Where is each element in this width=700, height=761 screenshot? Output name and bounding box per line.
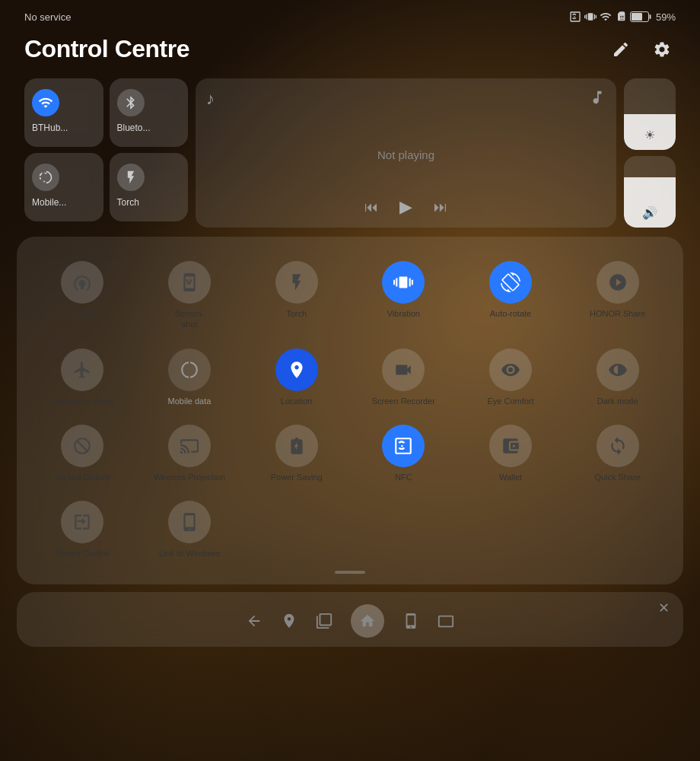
media-next-button[interactable]: ⏭ [434, 199, 447, 215]
grid-item-autorotate[interactable]: Auto-rotate [459, 253, 563, 336]
grid-item-quickshare[interactable]: Quick Share [565, 417, 670, 489]
grid-item-powersaving[interactable]: Power Saving [244, 417, 348, 489]
torch-label: Torch [286, 308, 307, 319]
gear-icon [653, 40, 671, 59]
mobiledata-icon [180, 360, 199, 380]
torch-tile[interactable]: Torch [110, 153, 189, 221]
status-bar: No service [0, 0, 700, 29]
wifi-icon [600, 11, 612, 23]
edit-icon [612, 40, 630, 59]
media-controls: ⏮ ▶ ⏭ [206, 197, 606, 217]
torch-grid-icon [287, 272, 307, 292]
grid-item-torch[interactable]: Torch [244, 253, 348, 336]
grid-item-screenshot[interactable]: Screen- shot [138, 253, 242, 336]
grid-item-location[interactable]: Location [244, 341, 348, 412]
wirelessprojection-icon [180, 436, 199, 456]
grid-item-wallet[interactable]: Wallet [459, 417, 563, 489]
location-label: Location [281, 396, 313, 406]
linktowindows-icon [180, 512, 199, 532]
wallet-icon-circle [489, 425, 532, 467]
media-prev-button[interactable]: ⏮ [364, 199, 378, 215]
grid-item-devicecontrol[interactable]: Device Control [30, 493, 135, 565]
wallet-label: Wallet [499, 472, 522, 482]
grid-item-honorshare[interactable]: HONOR Share [565, 253, 670, 336]
svg-rect-2 [632, 13, 642, 21]
phone-button[interactable] [402, 613, 419, 629]
linktowindows-icon-circle [168, 501, 211, 543]
recents-button[interactable] [316, 613, 332, 629]
devicecontrol-icon-circle [61, 501, 103, 543]
grid-item-vibration[interactable]: Vibration [352, 253, 456, 336]
tablet-button[interactable] [438, 613, 454, 629]
vibration-label: Vibration [387, 308, 420, 319]
nfc-icon [569, 11, 581, 23]
grid-item-nfc[interactable]: NFC [352, 417, 456, 489]
torch-tile-icon [117, 164, 145, 191]
media-tile[interactable]: ♪ Not playing ⏮ ▶ ⏭ [196, 78, 616, 228]
volume-tile[interactable]: 🔊 [624, 156, 676, 228]
grid-item-eyecomfort[interactable]: Eye Comfort [459, 341, 563, 412]
grid-panel: Hotspot Screen- shot Torch [17, 237, 683, 584]
location-icon [287, 360, 307, 380]
mobile-data-tile-label: Mobile... [32, 197, 66, 208]
header: Control Centre [0, 29, 700, 78]
grid-item-darkmode[interactable]: Dark mode [565, 341, 670, 412]
donotdisturb-icon [72, 436, 92, 456]
location-nav-button[interactable] [281, 613, 298, 629]
brightness-tile[interactable]: ☀ [624, 78, 676, 150]
slider-tiles: ☀ 🔊 [624, 78, 676, 228]
quickshare-icon-circle [597, 425, 639, 467]
mobiledata-icon-circle [168, 349, 211, 391]
bottom-nav-icons [246, 604, 454, 638]
bluetooth-tile-label: Blueto... [117, 123, 151, 133]
mobile-data-tile[interactable]: Mobile... [24, 153, 103, 221]
grid-item-screenrecorder[interactable]: Screen Recorder [352, 341, 456, 412]
home-button[interactable] [351, 604, 384, 638]
hotspot-label: Hotspot [68, 308, 97, 319]
vibration-icon-circle [382, 261, 425, 304]
battery-percent: 59% [656, 11, 676, 23]
no-service-label: No service [24, 11, 71, 23]
settings-button[interactable] [648, 36, 676, 63]
eyecomfort-label: Eye Comfort [487, 396, 533, 406]
quick-tiles: BTHub... Blueto... [0, 78, 700, 228]
vibration-icon [393, 272, 413, 292]
honorshare-label: HONOR Share [590, 308, 645, 319]
wirelessprojection-label: Wireless Projection [154, 472, 225, 482]
back-icon [246, 613, 262, 629]
bluetooth-tile[interactable]: Blueto... [110, 78, 189, 147]
sim-icon [615, 11, 627, 23]
drag-bar [335, 571, 365, 574]
grid-item-linktowindows[interactable]: Link to Windows [138, 493, 242, 565]
wifi-tile[interactable]: BTHub... [24, 78, 103, 147]
location-nav-icon [281, 613, 298, 629]
grid-item-donotdisturb[interactable]: Do Not Disturb [30, 417, 135, 489]
not-playing-label: Not playing [206, 148, 606, 161]
status-right: 59% [569, 11, 676, 23]
page-title: Control Centre [24, 35, 189, 63]
wifi-tile-icon [32, 89, 59, 116]
back-button[interactable] [246, 613, 262, 629]
grid-item-mobiledata[interactable]: Mobile data [138, 341, 242, 412]
darkmode-label: Dark mode [597, 396, 638, 406]
connectivity-tiles: BTHub... Blueto... [24, 78, 188, 228]
edit-button[interactable] [607, 36, 635, 63]
screenrecorder-label: Screen Recorder [372, 396, 435, 406]
grid-item-aeroplane[interactable]: Aeroplane mode [30, 341, 135, 412]
grid-item-hotspot[interactable]: Hotspot [30, 253, 135, 336]
aeroplane-icon [72, 360, 92, 380]
screenrecorder-icon-circle [382, 349, 425, 391]
autorotate-icon [501, 272, 520, 292]
drag-handle[interactable] [30, 565, 670, 577]
nfc-icon-circle [382, 425, 425, 467]
autorotate-icon-circle [489, 261, 532, 304]
media-play-button[interactable]: ▶ [399, 197, 412, 217]
grid-item-wirelessprojection[interactable]: Wireless Projection [138, 417, 242, 489]
eyecomfort-icon [501, 360, 520, 380]
close-button[interactable]: ✕ [658, 600, 670, 616]
aeroplane-label: Aeroplane mode [52, 396, 113, 406]
header-actions [607, 36, 676, 63]
powersaving-icon-circle [275, 425, 318, 467]
location-icon-circle [275, 349, 318, 391]
quick-toggles-grid: Hotspot Screen- shot Torch [30, 253, 670, 565]
